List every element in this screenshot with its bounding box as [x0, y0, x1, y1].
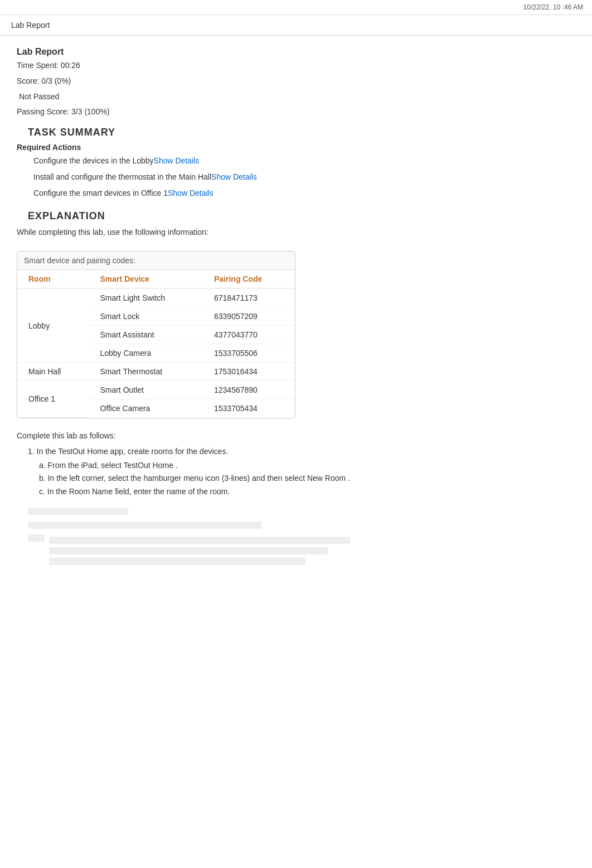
table-cell-device: Lobby Camera — [89, 344, 203, 363]
table-cell-code: 1753016434 — [203, 363, 295, 381]
required-actions-heading: Required Actions — [17, 143, 485, 152]
report-section: Lab Report Time Spent: 00:26 Score: 0/3 … — [17, 47, 485, 119]
step-text-1: In the TestOut Home app, create rooms fo… — [37, 447, 229, 456]
table-cell-room: Office 1 — [17, 381, 89, 418]
passing-score-label: Passing Score: — [17, 107, 69, 116]
table-cell-device: Smart Thermostat — [89, 363, 203, 381]
table-cell-code: 6339057209 — [203, 307, 295, 326]
instructions-section: Complete this lab as follows: 1. In the … — [17, 431, 485, 568]
action-text-1: Configure the devices in the Lobby — [33, 156, 154, 165]
report-status: Not Passed — [19, 90, 485, 104]
device-table: Room Smart Device Pairing Code LobbySmar… — [17, 270, 295, 418]
table-cell-code: 1533705434 — [203, 399, 295, 418]
table-cell-room: Lobby — [17, 288, 89, 363]
table-cell-device: Smart Assistant — [89, 326, 203, 344]
explanation-section: EXPLANATION While completing this lab, u… — [17, 210, 485, 431]
report-title: Lab Report — [17, 47, 485, 57]
task-summary-heading: TASK SUMMARY — [28, 127, 485, 138]
table-cell-device: Office Camera — [89, 399, 203, 418]
explanation-heading: EXPLANATION — [17, 210, 485, 222]
sub-step-1b: b. In the left corner, select the hambur… — [39, 472, 485, 485]
report-passing-score: Passing Score: 3/3 (100%) — [17, 105, 485, 119]
main-content: Lab Report Time Spent: 00:26 Score: 0/3 … — [0, 36, 502, 580]
action-item-2: Install and configure the thermostat in … — [33, 171, 485, 183]
time-value: 00:26 — [61, 61, 80, 70]
show-details-3[interactable]: Show Details — [168, 189, 213, 197]
table-cell-device: Smart Light Switch — [89, 288, 203, 307]
report-score: Score: 0/3 (0%) — [17, 75, 485, 88]
show-details-1[interactable]: Show Details — [154, 156, 200, 165]
score-label: Score: — [17, 76, 39, 85]
table-row: LobbySmart Light Switch6718471173 — [17, 288, 295, 307]
sub-step-1a: a. From the iPad, select TestOut Home . — [39, 459, 485, 472]
col-header-device: Smart Device — [89, 270, 203, 288]
passing-score-value: 3/3 (100%) — [71, 107, 109, 116]
table-cell-code: 1533705506 — [203, 344, 295, 363]
table-row: Office 1Smart Outlet1234567890 — [17, 381, 295, 399]
action-text-3: Configure the smart devices in Office 1 — [33, 189, 168, 197]
sub-step-list-1: a. From the iPad, select TestOut Home . … — [39, 459, 485, 499]
table-cell-device: Smart Lock — [89, 307, 203, 326]
col-header-room: Room — [17, 270, 89, 288]
time-label: Time Spent: — [17, 61, 59, 70]
table-cell-device: Smart Outlet — [89, 381, 203, 399]
device-table-wrapper: Smart device and pairing codes: Room Sma… — [17, 251, 295, 418]
step-number-1: 1. — [28, 447, 35, 456]
header-bar: Lab Report — [0, 15, 592, 36]
explanation-intro: While completing this lab, use the follo… — [17, 228, 485, 237]
show-details-2[interactable]: Show Details — [211, 172, 257, 181]
datetime-label: 10/22/22, 10 :46 AM — [523, 3, 583, 11]
score-value: 0/3 (0%) — [41, 76, 71, 85]
table-cell-code: 6718471173 — [203, 288, 295, 307]
sub-step-1c: c. In the Room Name field, enter the nam… — [39, 485, 485, 499]
table-cell-room: Main Hall — [17, 363, 89, 381]
table-caption: Smart device and pairing codes: — [17, 252, 295, 270]
report-time: Time Spent: 00:26 — [17, 59, 485, 73]
table-cell-code: 4377043770 — [203, 326, 295, 344]
action-item-3: Configure the smart devices in Office 1S… — [33, 187, 485, 199]
action-text-2: Install and configure the thermostat in … — [33, 172, 211, 181]
table-row: Main HallSmart Thermostat1753016434 — [17, 363, 295, 381]
blurred-section — [28, 508, 485, 568]
instructions-intro: Complete this lab as follows: — [17, 431, 485, 440]
action-item-1: Configure the devices in the LobbyShow D… — [33, 155, 485, 167]
header-label: Lab Report — [11, 21, 50, 30]
instruction-step-1: 1. In the TestOut Home app, create rooms… — [28, 447, 485, 499]
task-summary-section: TASK SUMMARY Required Actions Configure … — [17, 127, 485, 199]
top-bar: 10/22/22, 10 :46 AM — [0, 0, 592, 15]
instruction-list: 1. In the TestOut Home app, create rooms… — [17, 447, 485, 499]
col-header-code: Pairing Code — [203, 270, 295, 288]
table-cell-code: 1234567890 — [203, 381, 295, 399]
